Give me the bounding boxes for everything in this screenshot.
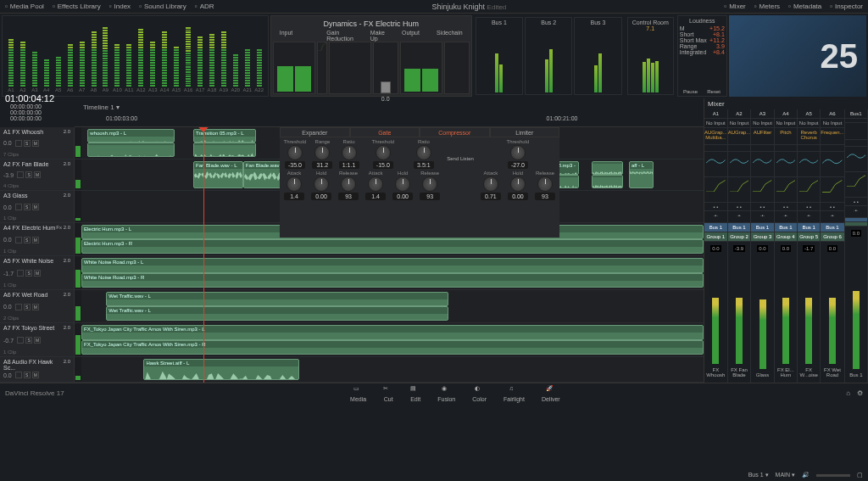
strip-fader[interactable]: -1.7 FX W...oise: [798, 242, 820, 383]
strip-bus-out[interactable]: Bus 1: [775, 223, 797, 232]
audio-clip[interactable]: whoosh.mp3 - L: [87, 129, 175, 143]
page-Cut[interactable]: ✂Cut: [383, 385, 393, 402]
strip-eq[interactable]: [798, 152, 820, 177]
strip-group[interactable]: Group 3: [751, 232, 773, 242]
arm-button[interactable]: [15, 204, 22, 210]
strip-dyn[interactable]: [845, 172, 867, 198]
strip-fader[interactable]: 0.0 FX Whoosh: [704, 242, 727, 383]
knob-Threshold[interactable]: Threshold-15.0: [371, 139, 394, 169]
arm-button[interactable]: [17, 337, 24, 344]
topbar-metadata[interactable]: ▫Metadata: [788, 3, 821, 10]
knob-Attack[interactable]: Attack0.71: [481, 171, 501, 200]
strip-eq[interactable]: [775, 152, 797, 177]
strip-group[interactable]: Group 5: [798, 232, 820, 242]
audio-clip[interactable]: Wet Traffic.wav - L: [106, 306, 448, 321]
playhead[interactable]: [203, 127, 204, 383]
arm-button[interactable]: [15, 372, 22, 378]
strip-input[interactable]: No Input: [728, 119, 751, 128]
strip-input[interactable]: No Input: [751, 119, 773, 128]
strip-dyn[interactable]: [751, 177, 773, 203]
dyn-tab-Compressor[interactable]: Compressor: [420, 127, 490, 137]
knob-Ratio[interactable]: Ratio3.5:1: [414, 139, 434, 169]
strip-pan[interactable]: ·•·: [728, 211, 751, 223]
track-header[interactable]: A2 FX Fan Blade 2.0 -3.9SM 4 Clips: [0, 159, 75, 191]
strip-bus-out[interactable]: Bus 1: [728, 223, 751, 232]
strip-eq[interactable]: [845, 147, 867, 172]
knob-Threshold[interactable]: Threshold-35.0: [284, 139, 307, 169]
audio-clip[interactable]: [87, 143, 175, 156]
topbar-mixer[interactable]: ▫Mixer: [724, 3, 745, 10]
video-bus-select[interactable]: Bus 1 ▾: [748, 472, 769, 478]
strip-bus-out[interactable]: Bus 1: [821, 223, 843, 232]
solo-button[interactable]: S: [25, 337, 32, 344]
audio-clip[interactable]: aff - L: [629, 161, 654, 189]
time-ruler[interactable]: 01:00:03:00 01:00:21:00: [75, 115, 704, 127]
strip-fader[interactable]: 0.0 Bus 1: [845, 227, 867, 383]
knob-Attack[interactable]: Attack1.4: [365, 171, 386, 200]
topbar-sound[interactable]: ▫Sound Library: [139, 3, 186, 10]
solo-button[interactable]: S: [24, 304, 31, 310]
strip-fader[interactable]: 0.0 FX El... Hum: [775, 242, 797, 383]
strip-pan[interactable]: ·•·: [798, 211, 820, 223]
dyn-curve-graph[interactable]: [317, 42, 327, 94]
arm-button[interactable]: [17, 270, 24, 277]
dyn-tab-Gate[interactable]: Gate: [350, 127, 420, 137]
solo-button[interactable]: S: [24, 237, 31, 243]
strip-bus-send[interactable]: • •: [775, 203, 797, 211]
audio-clip[interactable]: Hawk Street.aiff - L: [143, 359, 299, 380]
audio-clip[interactable]: Electric Hum.mp3 - R: [81, 239, 704, 254]
page-Color[interactable]: ◐Color: [472, 385, 487, 402]
strip-fx[interactable]: [845, 123, 867, 140]
knob-Release[interactable]: Release93: [535, 171, 555, 200]
strip-bus-send[interactable]: • •: [728, 203, 751, 211]
track-header[interactable]: A3 Glass 2.0 0.0SM 1 Clip: [0, 191, 75, 222]
mute-button[interactable]: M: [32, 304, 39, 310]
mute-button[interactable]: M: [34, 171, 41, 178]
track-header[interactable]: A1 FX Whoosh 2.0 0.0SM 7 Clips: [0, 127, 75, 159]
strip-group[interactable]: Group 6: [821, 232, 843, 242]
strip-fx[interactable]: AUFilter: [751, 128, 773, 145]
track-header[interactable]: A7 FX Tokyo Street 2.0 -0.7SM 1 Clip: [0, 323, 75, 356]
mute-button[interactable]: M: [34, 337, 41, 344]
strip-bus-send[interactable]: • •: [798, 203, 820, 211]
strip-dyn[interactable]: [798, 177, 820, 203]
knob-Hold[interactable]: Hold0.00: [508, 171, 528, 200]
strip-name[interactable]: A6: [821, 109, 843, 119]
strip-fader[interactable]: 0.0 FX Wet Road: [821, 242, 843, 383]
strip-pan[interactable]: ·•·: [775, 211, 797, 223]
strip-eq[interactable]: [821, 152, 843, 177]
page-Deliver[interactable]: 🚀Deliver: [542, 385, 560, 402]
strip-bus-out[interactable]: Bus 1: [798, 223, 820, 232]
strip-group[interactable]: Group 1: [704, 232, 727, 242]
strip-eq[interactable]: [751, 152, 773, 177]
knob-Release[interactable]: Release93: [338, 171, 359, 200]
audio-clip[interactable]: [592, 175, 623, 188]
timeline-selector[interactable]: Timeline 1 ▾: [83, 103, 120, 111]
loudness-reset[interactable]: Reset: [703, 89, 725, 94]
strip-input[interactable]: No Input: [821, 119, 843, 128]
strip-pan[interactable]: ·•·: [821, 211, 843, 223]
strip-name[interactable]: A4: [775, 109, 797, 119]
strip-input[interactable]: No Input: [704, 119, 727, 128]
track-lane[interactable]: White Noise Road.mp3 - LWhite Noise Road…: [81, 256, 704, 289]
audio-clip[interactable]: [592, 161, 623, 175]
strip-fader[interactable]: 0.0 Glass: [751, 242, 773, 383]
strip-fx[interactable]: AUGrap...: [728, 128, 751, 145]
strip-pan[interactable]: ·•·: [704, 211, 727, 223]
strip-input[interactable]: No Input: [775, 119, 797, 128]
timecode-display[interactable]: 01:00:04:12: [0, 93, 75, 103]
track-header[interactable]: A5 FX White Noise 2.0 -1.7SM 1 Clip: [0, 256, 75, 289]
strip-dyn[interactable]: [704, 177, 727, 203]
knob-Ratio[interactable]: Ratio1:1.1: [339, 139, 359, 169]
home-icon[interactable]: ⌂: [846, 389, 850, 397]
arm-button[interactable]: [15, 140, 22, 147]
strip-bus-send[interactable]: • •: [845, 198, 867, 206]
strip-name[interactable]: A5: [798, 109, 820, 119]
knob-Hold[interactable]: Hold0.00: [311, 171, 331, 200]
strip-dyn[interactable]: [775, 177, 797, 203]
topbar-media-pool[interactable]: ▫Media Pool: [5, 3, 44, 10]
strip-eq[interactable]: [704, 152, 727, 177]
dyn-makeup-slider[interactable]: 0.0: [373, 42, 398, 94]
track-lane[interactable]: Wet Traffic.wav - LWet Traffic.wav - L: [81, 290, 704, 323]
topbar-index[interactable]: ▫Index: [109, 3, 131, 10]
